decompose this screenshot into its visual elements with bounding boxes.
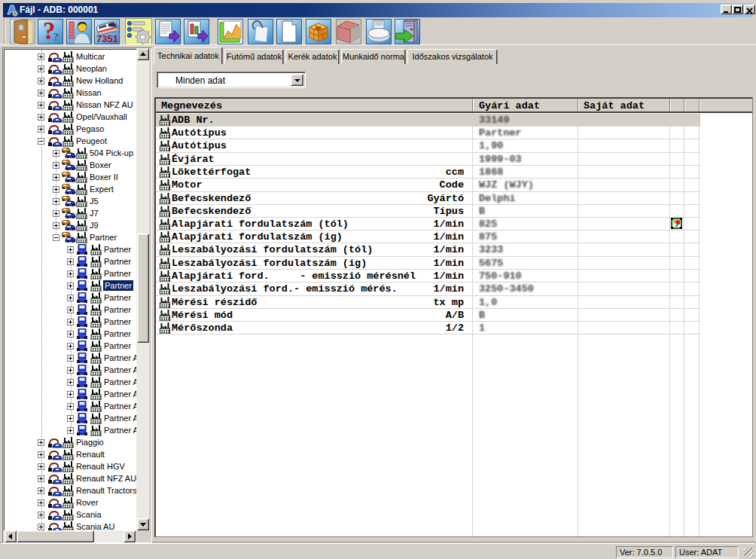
- svg-text:?: ?: [53, 32, 59, 43]
- svg-text:7351: 7351: [96, 33, 118, 44]
